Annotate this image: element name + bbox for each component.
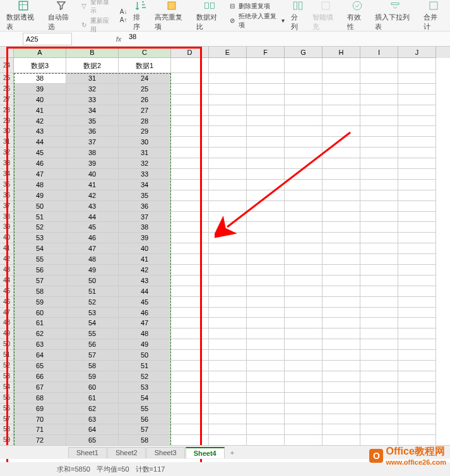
empty-cell[interactable] (171, 84, 209, 95)
empty-cell[interactable] (360, 318, 398, 328)
empty-cell[interactable] (360, 137, 398, 148)
name-box[interactable]: A25 (23, 33, 72, 45)
empty-cell[interactable] (285, 212, 323, 223)
empty-cell[interactable] (171, 318, 209, 328)
data-cell[interactable]: 50 (14, 201, 66, 212)
data-cell[interactable]: 65 (66, 435, 119, 446)
empty-cell[interactable] (209, 190, 247, 201)
empty-cell[interactable] (209, 137, 247, 148)
reject-dup-button[interactable]: ⊘拒绝录入重复项▾ (230, 11, 285, 30)
empty-cell[interactable] (247, 158, 285, 169)
empty-cell[interactable] (209, 414, 247, 425)
empty-cell[interactable] (209, 393, 247, 403)
empty-cell[interactable] (360, 276, 398, 286)
empty-cell[interactable] (398, 318, 436, 328)
empty-cell[interactable] (398, 339, 436, 350)
row-header[interactable]: 39 (0, 222, 14, 233)
empty-cell[interactable] (360, 424, 398, 435)
data-cell[interactable]: 30 (119, 137, 171, 148)
empty-cell[interactable] (398, 222, 436, 233)
data-cell[interactable]: 35 (66, 116, 119, 127)
empty-cell[interactable] (247, 137, 285, 148)
row-header[interactable]: 40 (0, 233, 14, 243)
empty-cell[interactable] (209, 222, 247, 233)
empty-cell[interactable] (209, 201, 247, 212)
empty-cell[interactable] (171, 73, 209, 84)
empty-cell[interactable] (285, 243, 323, 254)
data-cell[interactable]: 41 (66, 180, 119, 190)
empty-cell[interactable] (247, 265, 285, 276)
empty-cell[interactable] (398, 190, 436, 201)
empty-cell[interactable] (398, 84, 436, 95)
sheet-tab[interactable]: Sheet2 (107, 447, 146, 458)
empty-cell[interactable] (398, 297, 436, 308)
empty-cell[interactable] (285, 116, 323, 127)
empty-cell[interactable] (398, 393, 436, 403)
empty-cell[interactable] (323, 105, 360, 116)
empty-cell[interactable] (360, 254, 398, 265)
row-header[interactable]: 43 (0, 265, 14, 276)
empty-cell[interactable] (171, 308, 209, 318)
empty-cell[interactable] (171, 95, 209, 105)
empty-cell[interactable] (209, 95, 247, 105)
empty-cell[interactable] (171, 116, 209, 127)
data-cell[interactable]: 48 (14, 180, 66, 190)
empty-cell[interactable] (360, 403, 398, 414)
empty-cell[interactable] (323, 371, 360, 382)
data-cell[interactable]: 40 (66, 169, 119, 180)
empty-cell[interactable] (323, 58, 360, 73)
empty-cell[interactable] (209, 371, 247, 382)
empty-cell[interactable] (247, 243, 285, 254)
row-header[interactable]: 57 (0, 414, 14, 425)
empty-cell[interactable] (171, 169, 209, 180)
data-cell[interactable]: 39 (66, 158, 119, 169)
empty-cell[interactable] (360, 73, 398, 84)
data-cell[interactable]: 53 (119, 382, 171, 393)
empty-cell[interactable] (360, 95, 398, 105)
empty-cell[interactable] (360, 243, 398, 254)
formula-input[interactable]: 38 (125, 33, 450, 45)
empty-cell[interactable] (398, 276, 436, 286)
show-all-button[interactable]: ▽全部显示 (81, 0, 115, 16)
empty-cell[interactable] (247, 424, 285, 435)
empty-cell[interactable] (171, 58, 209, 73)
column-header[interactable]: I (360, 47, 398, 58)
table-header-cell[interactable]: 数据2 (66, 58, 119, 73)
empty-cell[interactable] (171, 393, 209, 403)
data-cell[interactable]: 53 (14, 233, 66, 243)
row-header[interactable]: 59 (0, 435, 14, 446)
empty-cell[interactable] (285, 382, 323, 393)
data-cell[interactable]: 61 (14, 318, 66, 328)
empty-cell[interactable] (209, 73, 247, 84)
empty-cell[interactable] (285, 169, 323, 180)
row-header[interactable]: 33 (0, 158, 14, 169)
empty-cell[interactable] (285, 158, 323, 169)
empty-cell[interactable] (285, 435, 323, 446)
empty-cell[interactable] (171, 212, 209, 223)
data-cell[interactable]: 25 (119, 84, 171, 95)
row-header[interactable]: 26 (0, 84, 14, 95)
empty-cell[interactable] (171, 137, 209, 148)
empty-cell[interactable] (247, 212, 285, 223)
data-cell[interactable]: 51 (14, 212, 66, 223)
data-cell[interactable]: 46 (119, 308, 171, 318)
empty-cell[interactable] (285, 361, 323, 371)
empty-cell[interactable] (209, 265, 247, 276)
column-header[interactable]: B (66, 47, 119, 58)
empty-cell[interactable] (398, 126, 436, 137)
empty-cell[interactable] (398, 73, 436, 84)
empty-cell[interactable] (398, 95, 436, 105)
empty-cell[interactable] (247, 361, 285, 371)
data-cell[interactable]: 41 (119, 254, 171, 265)
column-header[interactable]: J (398, 47, 436, 58)
empty-cell[interactable] (171, 105, 209, 116)
data-cell[interactable]: 43 (14, 126, 66, 137)
empty-cell[interactable] (323, 148, 360, 158)
data-cell[interactable]: 29 (119, 126, 171, 137)
empty-cell[interactable] (247, 350, 285, 361)
empty-cell[interactable] (171, 414, 209, 425)
empty-cell[interactable] (323, 318, 360, 328)
data-cell[interactable]: 37 (119, 212, 171, 223)
empty-cell[interactable] (360, 297, 398, 308)
column-header[interactable]: C (119, 47, 171, 58)
